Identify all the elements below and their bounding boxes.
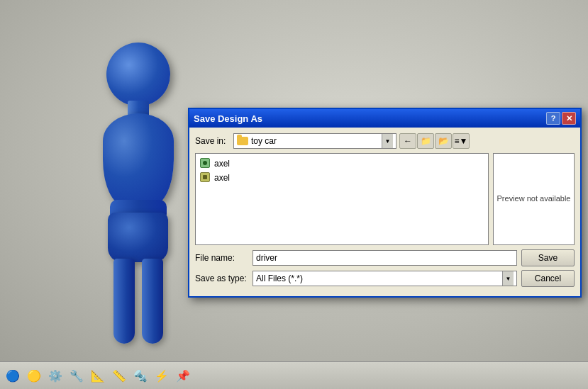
cancel-button[interactable]: Cancel [521, 270, 575, 287]
view-button[interactable]: ≡▼ [453, 133, 470, 149]
save-type-arrow[interactable]: ▼ [502, 271, 514, 286]
figure-torso [103, 113, 174, 205]
save-type-row: Save as type: All Files (*.*) ▼ Cancel [195, 270, 575, 287]
taskbar-icon-4[interactable]: 🔧 [67, 366, 87, 385]
file-item-axel-part[interactable]: axel [199, 157, 485, 171]
file-list[interactable]: axel axel [195, 153, 489, 245]
save-in-row: Save in: toy car ▼ ← 📁 📂 ≡▼ [195, 133, 575, 149]
save-in-combo[interactable]: toy car ▼ [233, 133, 396, 149]
figure-body-lower [108, 213, 168, 262]
folder-icon [237, 137, 248, 145]
preview-text: Preview not available [497, 193, 571, 204]
help-button[interactable]: ? [546, 112, 560, 125]
file-icon-gear [200, 172, 211, 184]
close-button[interactable]: ✕ [562, 112, 576, 125]
up-folder-button[interactable]: 📁 [417, 133, 434, 149]
taskbar-icon-7[interactable]: 🔩 [131, 366, 150, 385]
svg-rect-1 [203, 175, 207, 179]
file-item-axel-gear[interactable]: axel [199, 171, 485, 185]
dialog-content: Save in: toy car ▼ ← 📁 📂 ≡▼ [189, 128, 580, 296]
save-type-combo[interactable]: All Files (*.*) ▼ [253, 271, 517, 286]
taskbar-icon-8[interactable]: ⚡ [152, 366, 172, 385]
dialog-titlebar: Save Design As ? ✕ [189, 109, 580, 128]
figure-head [106, 43, 170, 106]
figure-leg-left [113, 259, 135, 344]
save-dialog: Save Design As ? ✕ Save in: toy car ▼ ← … [188, 108, 582, 298]
save-type-label: Save as type: [195, 274, 248, 283]
svg-point-0 [203, 161, 207, 165]
file-icon-part [200, 158, 211, 169]
save-type-value: All Files (*.*) [256, 274, 502, 283]
file-name-axel-part: axel [214, 159, 230, 169]
save-in-value: toy car [251, 136, 379, 146]
dialog-title: Save Design As [194, 113, 262, 124]
save-button[interactable]: Save [521, 249, 575, 266]
figure-leg-right [142, 259, 163, 344]
file-name-input[interactable] [253, 250, 517, 266]
file-name-axel-gear: axel [214, 173, 230, 183]
taskbar-icon-6[interactable]: 📏 [109, 366, 129, 385]
taskbar-icon-2[interactable]: 🟡 [24, 366, 44, 385]
main-area: axel axel Preview not available [195, 153, 575, 245]
file-name-label: File name: [195, 253, 248, 263]
taskbar-icon-1[interactable]: 🔵 [3, 366, 23, 385]
dialog-title-buttons: ? ✕ [546, 112, 576, 125]
taskbar-icon-5[interactable]: 📐 [88, 366, 108, 385]
taskbar-icon-9[interactable]: 📌 [173, 366, 193, 385]
taskbar-icon-3[interactable]: ⚙️ [45, 366, 65, 385]
taskbar: 🔵 🟡 ⚙️ 🔧 📐 📏 🔩 ⚡ 📌 [0, 361, 588, 389]
save-in-dropdown-arrow[interactable]: ▼ [382, 134, 393, 148]
save-in-label: Save in: [195, 136, 231, 146]
file-name-row: File name: Save [195, 249, 575, 266]
toolbar-icons: ← 📁 📂 ≡▼ [399, 133, 470, 149]
back-button[interactable]: ← [399, 133, 416, 149]
new-folder-button[interactable]: 📂 [435, 133, 452, 149]
preview-box: Preview not available [493, 153, 575, 245]
